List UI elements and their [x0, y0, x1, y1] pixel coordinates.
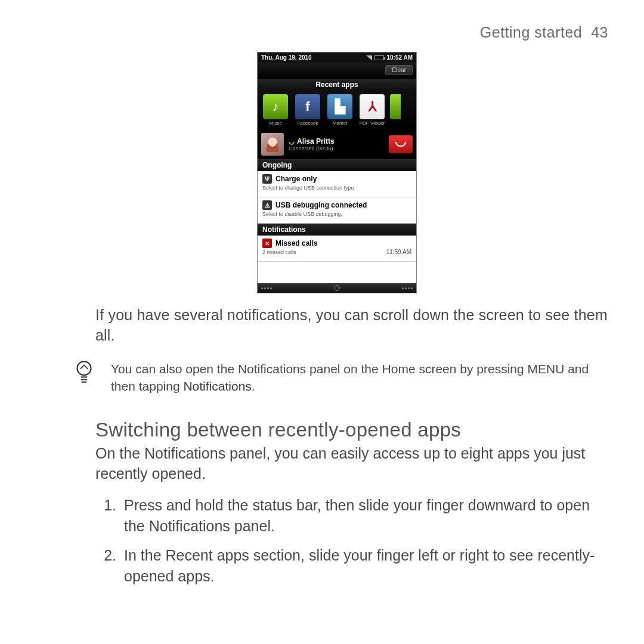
recent-app[interactable]: f Facebook — [293, 94, 322, 126]
peek-icon — [390, 94, 401, 119]
end-call-button[interactable] — [389, 135, 413, 153]
bug-icon: ⚠ — [262, 200, 272, 210]
recent-app[interactable]: ⅄ PDF Viewer — [358, 94, 386, 126]
clear-button[interactable]: Clear — [385, 65, 413, 75]
recent-apps-title: Recent apps — [258, 79, 416, 91]
app-label: Market — [326, 120, 354, 126]
section-heading: Switching between recently-opened apps — [95, 419, 608, 441]
clear-row: Clear — [258, 63, 416, 79]
tip-block: You can also open the Notifications pane… — [74, 360, 608, 395]
pdf-icon: ⅄ — [360, 94, 385, 119]
page-number: 43 — [591, 24, 608, 41]
market-icon: ▙ — [327, 94, 352, 119]
signal-icon — [366, 55, 372, 60]
ongoing-title: Ongoing — [258, 159, 416, 171]
section-sub: On the Notifications panel, you can easi… — [95, 444, 608, 484]
music-icon: ♪ — [263, 94, 288, 119]
phone-status-bar: Thu, Aug 19, 2010 10:52 AM — [258, 52, 416, 63]
chapter-name: Getting started — [480, 24, 582, 41]
page-header: Getting started 43 — [66, 24, 608, 41]
phone-screenshot: Thu, Aug 19, 2010 10:52 AM Clear Recent … — [257, 52, 417, 293]
status-time: 10:52 AM — [386, 54, 413, 61]
steps-list: Press and hold the status bar, then slid… — [120, 495, 608, 587]
call-status: Connected (00:06) — [289, 145, 384, 151]
recent-app[interactable]: ▙ Market — [326, 94, 354, 126]
status-date: Thu, Aug 19, 2010 — [261, 54, 312, 61]
item-sub: Select to disable USB debugging. — [262, 211, 411, 217]
caller-avatar — [261, 133, 284, 156]
item-title: USB debugging connected — [275, 201, 367, 209]
tip-part: . — [252, 379, 255, 393]
svg-point-0 — [77, 361, 91, 375]
grip-icon — [402, 287, 413, 289]
paragraph: If you have several notifications, you c… — [95, 305, 608, 346]
step-item: Press and hold the status bar, then slid… — [120, 495, 608, 537]
step-item: In the Recent apps section, slide your f… — [120, 545, 608, 587]
app-label: PDF Viewer — [358, 120, 386, 126]
item-sub: Select to change USB connection type — [262, 185, 411, 191]
blank-area — [258, 262, 416, 283]
app-label: Facebook — [293, 120, 322, 126]
item-sub: 2 missed calls — [262, 249, 296, 255]
recent-app-peek[interactable] — [390, 94, 401, 126]
missed-call-icon — [262, 239, 272, 248]
lightbulb-icon — [74, 360, 94, 388]
ongoing-item[interactable]: ΨCharge only Select to change USB connec… — [258, 171, 416, 197]
home-dot-icon — [334, 285, 340, 291]
item-title: Charge only — [275, 175, 317, 183]
facebook-icon: f — [295, 94, 320, 119]
item-title: Missed calls — [275, 239, 318, 247]
usb-icon: Ψ — [262, 174, 272, 184]
recent-apps-row[interactable]: ♪ Music f Facebook ▙ Market ⅄ PDF Viewer — [258, 91, 416, 129]
tip-text: You can also open the Notifications pane… — [111, 360, 608, 395]
ongoing-item[interactable]: ⚠USB debugging connected Select to disab… — [258, 197, 416, 224]
phone-bottom-bar — [258, 283, 416, 293]
active-call-row[interactable]: Alisa Pritts Connected (00:06) — [258, 129, 416, 159]
caller-name: Alisa Pritts — [297, 137, 335, 145]
item-time: 11:59 AM — [386, 249, 411, 255]
app-label: Music — [261, 120, 290, 126]
recent-app[interactable]: ♪ Music — [261, 94, 290, 126]
notifications-title: Notifications — [258, 224, 416, 236]
tip-bold: Notifications — [183, 379, 251, 393]
call-active-icon — [287, 138, 296, 146]
battery-icon — [374, 55, 384, 60]
notification-item[interactable]: Missed calls 2 missed calls 11:59 AM — [258, 236, 416, 262]
grip-icon — [261, 287, 272, 289]
